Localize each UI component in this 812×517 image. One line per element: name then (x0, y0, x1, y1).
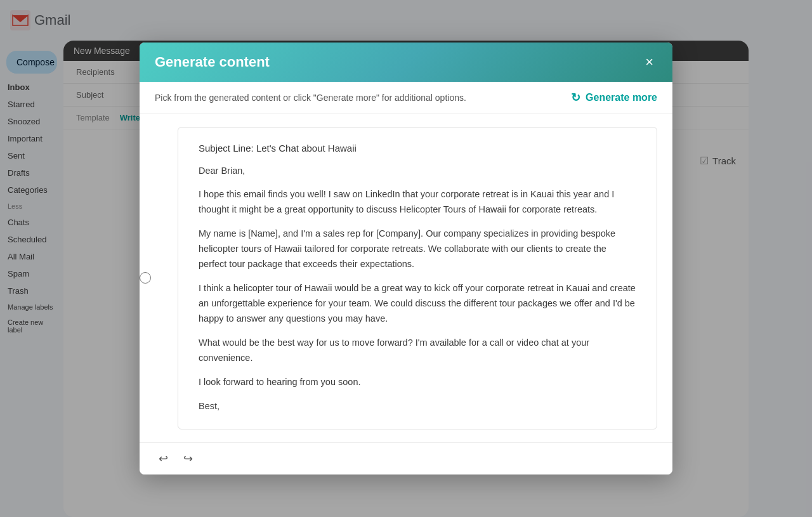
modal-content-area: Subject Line: Let's Chat about Hawaii De… (140, 114, 672, 443)
email-body: Dear Brian, I hope this email finds you … (199, 164, 636, 414)
modal-footer: ↩ ↪ (140, 442, 672, 474)
email-paragraph4: What would be the best way for us to mov… (199, 336, 636, 366)
modal-toolbar: Pick from the generated content or click… (140, 82, 672, 114)
email-paragraph1: I hope this email finds you well! I saw … (199, 187, 636, 218)
modal-header: Generate content × (140, 43, 672, 82)
email-closing: Best, (199, 399, 636, 414)
email-card-wrapper: Subject Line: Let's Chat about Hawaii De… (155, 127, 657, 430)
generate-more-label: Generate more (586, 92, 657, 103)
generate-content-modal: Generate content × Pick from the generat… (140, 43, 672, 475)
modal-instruction: Pick from the generated content or click… (155, 93, 466, 103)
modal-title: Generate content (155, 54, 270, 70)
email-paragraph3: I think a helicopter tour of Hawaii woul… (199, 281, 636, 327)
email-paragraph2: My name is [Name], and I'm a sales rep f… (199, 226, 636, 272)
email-subject: Subject Line: Let's Chat about Hawaii (199, 143, 636, 154)
email-card-radio[interactable] (140, 272, 151, 284)
redo-button[interactable]: ↪ (180, 449, 197, 468)
email-card[interactable]: Subject Line: Let's Chat about Hawaii De… (178, 127, 657, 430)
email-greeting: Dear Brian, (199, 164, 636, 179)
generate-more-button[interactable]: ↻ Generate more (571, 91, 657, 105)
modal-close-button[interactable]: × (641, 54, 657, 70)
refresh-icon: ↻ (571, 91, 580, 105)
email-paragraph5: I look forward to hearing from you soon. (199, 375, 636, 390)
undo-button[interactable]: ↩ (155, 449, 172, 468)
